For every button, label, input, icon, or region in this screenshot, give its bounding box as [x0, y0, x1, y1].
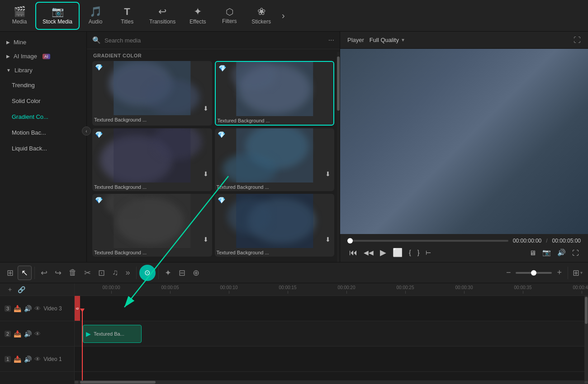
- zoom-slider[interactable]: [516, 272, 552, 274]
- nav-stock-media[interactable]: 📷 Stock Media: [35, 2, 80, 30]
- card4-download-icon: ⬇: [325, 170, 331, 178]
- card4-heart-icon: 💎: [218, 131, 225, 138]
- media-card-3[interactable]: 💎 ⬇ Textured Background ...: [92, 128, 212, 191]
- zoom-in-button[interactable]: +: [554, 266, 565, 279]
- clip-label: Textured Ba...: [94, 331, 124, 337]
- sidebar-motion-label: Motion Bac...: [12, 129, 46, 136]
- mark-in-button[interactable]: {: [407, 248, 413, 257]
- audio-button[interactable]: 🔊: [555, 248, 568, 258]
- cut-button[interactable]: ✂: [81, 266, 94, 280]
- player-header: Player Full Quality ▼ ⛶: [340, 32, 588, 49]
- ripple-button[interactable]: ✦: [161, 266, 175, 280]
- timeline-clip-textured[interactable]: ▶ Textured Ba...: [83, 325, 142, 343]
- sidebar-item-solid-color[interactable]: Solid Color: [3, 94, 84, 108]
- track3-eye-icon[interactable]: 👁: [34, 305, 41, 312]
- sidebar-gradient-label: Gradient Co...: [12, 113, 48, 120]
- nav-filters[interactable]: ⬡ Filters: [213, 2, 245, 30]
- media-grid: 💎 ⬇ Textured Background ... 💎 Textured B…: [87, 61, 340, 262]
- timeline-hscroll[interactable]: [75, 380, 588, 384]
- sidebar-section-ai-image[interactable]: ▶ AI Image AI: [0, 49, 86, 63]
- zoom-out-button[interactable]: −: [503, 266, 514, 279]
- track2-volume-icon[interactable]: 🔊: [24, 330, 32, 337]
- delete-button[interactable]: 🗑: [66, 266, 80, 279]
- timeline-vscroll[interactable]: [584, 296, 588, 380]
- record-button[interactable]: ⊙: [139, 265, 156, 281]
- nav-transitions[interactable]: ↩ Transitions: [143, 2, 182, 30]
- media-card-5[interactable]: 💎 ⬇ Textured Background ...: [92, 194, 212, 257]
- nav-more-button[interactable]: ›: [277, 10, 289, 21]
- track2-eye-icon[interactable]: 👁: [34, 330, 41, 337]
- vscroll-thumb: [585, 297, 588, 324]
- hscroll-right-arrow[interactable]: [584, 381, 588, 384]
- audio-sync-button[interactable]: ♫: [109, 266, 122, 279]
- track1-volume-icon[interactable]: 🔊: [24, 356, 32, 363]
- sidebar-solid-label: Solid Color: [12, 98, 41, 104]
- media-card-4[interactable]: 💎 ⬇ Textured Background ...: [215, 128, 335, 191]
- fullscreen-button[interactable]: ⛶: [570, 248, 581, 258]
- sidebar-collapse-button[interactable]: ‹: [82, 126, 91, 136]
- search-input[interactable]: [104, 37, 325, 44]
- step-back-button[interactable]: ◀◀: [362, 248, 375, 257]
- link-tracks-button[interactable]: 🔗: [15, 285, 28, 294]
- select-tool-button[interactable]: ↖: [18, 266, 32, 280]
- snapshot-button[interactable]: 📷: [541, 248, 553, 258]
- timeline-playhead[interactable]: [82, 309, 83, 380]
- undo-button[interactable]: ↩: [38, 266, 51, 280]
- ruler-mark-2: 00:00:10: [199, 285, 258, 294]
- cam-switch-button[interactable]: ⊟: [175, 266, 189, 280]
- sidebar-item-motion-bac[interactable]: Motion Bac...: [3, 125, 84, 140]
- monitor-button[interactable]: 🖥: [527, 248, 538, 258]
- hscroll-left-arrow[interactable]: [75, 381, 78, 384]
- insert-track-button[interactable]: ⊕: [190, 266, 203, 280]
- ruler-tick-5: [405, 291, 406, 294]
- search-more-button[interactable]: ···: [328, 36, 334, 44]
- add-video-track-button[interactable]: ＋: [5, 285, 15, 295]
- sidebar-item-trending[interactable]: Trending: [3, 78, 84, 93]
- track-row-video2: ▶ Textured Ba...: [75, 321, 588, 347]
- card6-heart-icon: 💎: [218, 197, 225, 204]
- progress-thumb[interactable]: [347, 238, 353, 244]
- rewind-button[interactable]: ⏮: [347, 247, 359, 258]
- ruler-tick-8: [582, 291, 582, 294]
- grid-view-button[interactable]: ⊞ ▾: [571, 266, 584, 280]
- track-labels: ＋ 🔗 3 📥 🔊 👁 Video 3 2 📥 🔊 👁 1 �: [0, 283, 75, 384]
- sidebar-item-gradient-color[interactable]: Gradient Co...: [3, 109, 84, 124]
- stop-button[interactable]: ⬜: [391, 247, 404, 258]
- split-view-button[interactable]: ⊞: [4, 266, 17, 280]
- record-icon: ⊙: [144, 268, 150, 277]
- media-scrollbar[interactable]: [337, 52, 340, 262]
- progress-track[interactable]: [347, 240, 508, 242]
- nav-media[interactable]: 🎬 Media: [4, 2, 35, 30]
- player-expand-icon[interactable]: ⛶: [574, 36, 581, 44]
- track3-import-icon[interactable]: 📥: [14, 305, 21, 312]
- mark-out-button[interactable]: }: [416, 248, 422, 257]
- nav-titles[interactable]: T Titles: [111, 2, 143, 30]
- track1-import-icon[interactable]: 📥: [14, 356, 21, 363]
- track1-eye-icon[interactable]: 👁: [34, 356, 41, 363]
- hscroll-thumb[interactable]: [80, 381, 156, 384]
- media-card-1[interactable]: 💎 ⬇ Textured Background ...: [92, 61, 212, 126]
- track3-volume-icon[interactable]: 🔊: [24, 305, 32, 312]
- sidebar-item-liquid-bac[interactable]: Liquid Back...: [3, 141, 84, 156]
- card6-label: Textured Background ...: [215, 248, 335, 257]
- redo-button[interactable]: ↪: [52, 266, 65, 280]
- ruler-time-8: 00:00:40: [573, 285, 588, 290]
- ruler-time-3: 00:00:15: [279, 285, 297, 290]
- sidebar-ai-image-label: AI Image: [14, 53, 37, 60]
- skip-button[interactable]: »: [123, 266, 133, 279]
- ruler-tick-2: [229, 291, 229, 294]
- play-button[interactable]: ▶: [378, 247, 388, 258]
- stock-media-icon: 📷: [52, 7, 64, 17]
- sidebar-section-library[interactable]: ▼ Library: [0, 63, 86, 77]
- nav-effects[interactable]: ✦ Effects: [182, 2, 213, 30]
- media-card-6[interactable]: 💎 ⬇ Textured Background ...: [215, 194, 335, 257]
- nav-audio[interactable]: 🎵 Audio: [80, 2, 111, 30]
- track2-import-icon[interactable]: 📥: [14, 330, 21, 337]
- player-quality-selector[interactable]: Full Quality ▼: [370, 37, 405, 43]
- sidebar-section-mine[interactable]: ▶ Mine: [0, 35, 86, 49]
- crop-button[interactable]: ⊡: [95, 266, 108, 280]
- ai-image-arrow: ▶: [6, 54, 10, 59]
- insert-button[interactable]: ⊢: [424, 248, 433, 257]
- media-card-2[interactable]: 💎 Textured Background ...: [215, 61, 335, 126]
- nav-stickers[interactable]: ❀ Stickers: [245, 2, 277, 30]
